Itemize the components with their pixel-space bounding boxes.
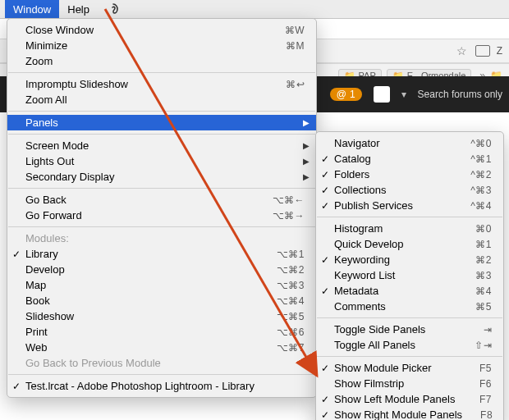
panel-collections[interactable]: ✓Collections^⌘3 [316, 182, 503, 198]
panel-show-filmstrip[interactable]: Show FilmstripF6 [316, 376, 503, 391]
panels-submenu: Navigator^⌘0 ✓Catalog^⌘1 ✓Folders^⌘2 ✓Co… [315, 131, 504, 420]
submenu-arrow-icon: ▶ [303, 141, 310, 150]
check-icon: ✓ [321, 285, 329, 297]
panel-keyword-list[interactable]: Keyword List⌘3 [316, 267, 503, 283]
menu-module-book[interactable]: Book⌥⌘4 [7, 293, 316, 308]
panel-show-right-module[interactable]: ✓Show Right Module PanelsF8 [316, 407, 503, 420]
check-icon: ✓ [321, 254, 329, 266]
menu-secondary-display[interactable]: Secondary Display▶ [7, 169, 316, 185]
menu-screen-mode[interactable]: Screen Mode▶ [7, 138, 316, 153]
avatar-dropdown-icon[interactable]: ▾ [401, 89, 406, 100]
menu-impromptu-slideshow[interactable]: Impromptu Slideshow⌘↩ [7, 76, 316, 92]
menu-separator [317, 317, 502, 318]
menu-separator [317, 217, 502, 217]
menu-separator [8, 111, 315, 112]
menu-separator [8, 188, 315, 189]
menu-module-slideshow[interactable]: Slideshow⌥⌘5 [7, 308, 316, 324]
adobe-cc-icon[interactable] [98, 0, 129, 18]
avatar[interactable] [374, 86, 390, 103]
star-icon[interactable]: ☆ [456, 44, 467, 57]
check-icon: ✓ [12, 249, 21, 260]
menu-panels[interactable]: Panels▶ [7, 115, 316, 130]
panel-metadata[interactable]: ✓Metadata⌘4 [316, 283, 503, 299]
panel-toggle-all[interactable]: Toggle All Panels⇧⇥ [316, 337, 503, 353]
panel-catalog[interactable]: ✓Catalog^⌘1 [316, 151, 503, 167]
menu-zoom-all[interactable]: Zoom All [7, 92, 316, 107]
menu-separator [8, 134, 315, 135]
panel-folders[interactable]: ✓Folders^⌘2 [316, 167, 503, 182]
menu-close-window[interactable]: Close Window⌘W [7, 22, 316, 38]
menu-module-library[interactable]: ✓Library⌥⌘1 [7, 246, 316, 262]
check-icon: ✓ [321, 409, 329, 421]
submenu-arrow-icon: ▶ [303, 118, 310, 127]
menu-zoom[interactable]: Zoom [7, 53, 316, 69]
check-icon: ✓ [321, 363, 329, 374]
notification-badge[interactable]: @1 [330, 88, 362, 101]
menu-minimize[interactable]: Minimize⌘M [7, 38, 316, 53]
check-icon: ✓ [321, 169, 329, 180]
panel-publish-services[interactable]: ✓Publish Services^⌘4 [316, 198, 503, 213]
panel-histogram[interactable]: Histogram⌘0 [316, 221, 503, 236]
menu-module-print[interactable]: Print⌥⌘6 [7, 324, 316, 340]
menu-module-web[interactable]: Web⌥⌘7 [7, 340, 316, 355]
submenu-arrow-icon: ▶ [303, 157, 310, 166]
check-icon: ✓ [321, 185, 329, 196]
menu-separator [317, 356, 502, 357]
check-icon: ✓ [12, 381, 21, 392]
menu-help[interactable]: Help [59, 0, 98, 18]
menu-separator [8, 374, 315, 375]
panel-keywording[interactable]: ✓Keywording⌘2 [316, 252, 503, 267]
menu-open-document[interactable]: ✓Test.lrcat - Adobe Photoshop Lightroom … [7, 378, 316, 394]
search-label: Search forums only [418, 89, 502, 100]
window-menu: Close Window⌘W Minimize⌘M Zoom Impromptu… [7, 18, 317, 398]
menu-go-back-previous-module: Go Back to Previous Module [7, 355, 316, 371]
panel-navigator[interactable]: Navigator^⌘0 [316, 135, 503, 151]
menu-module-map[interactable]: Map⌥⌘3 [7, 277, 316, 293]
panel-show-left-module[interactable]: ✓Show Left Module PanelsF7 [316, 391, 503, 407]
menu-window[interactable]: Window [5, 0, 59, 18]
cast-icon[interactable] [475, 45, 490, 57]
panel-toggle-side[interactable]: Toggle Side Panels⇥ [316, 322, 503, 337]
panel-quick-develop[interactable]: Quick Develop⌘1 [316, 236, 503, 252]
panel-show-module-picker[interactable]: ✓Show Module PickerF5 [316, 360, 503, 376]
menu-lights-out[interactable]: Lights Out▶ [7, 153, 316, 169]
submenu-arrow-icon: ▶ [303, 172, 310, 181]
menubar: Window Help [0, 0, 509, 19]
toolbar-z-label: Z [497, 45, 502, 57]
check-icon: ✓ [321, 200, 329, 212]
menu-modules-header: Modules: [7, 231, 316, 246]
menu-go-back[interactable]: Go Back⌥⌘← [7, 192, 316, 208]
menu-go-forward[interactable]: Go Forward⌥⌘→ [7, 208, 316, 223]
check-icon: ✓ [321, 153, 329, 165]
menu-separator [8, 226, 315, 227]
check-icon: ✓ [321, 394, 329, 405]
menu-module-develop[interactable]: Develop⌥⌘2 [7, 262, 316, 277]
menu-separator [8, 72, 315, 73]
panel-comments[interactable]: Comments⌘5 [316, 299, 503, 314]
